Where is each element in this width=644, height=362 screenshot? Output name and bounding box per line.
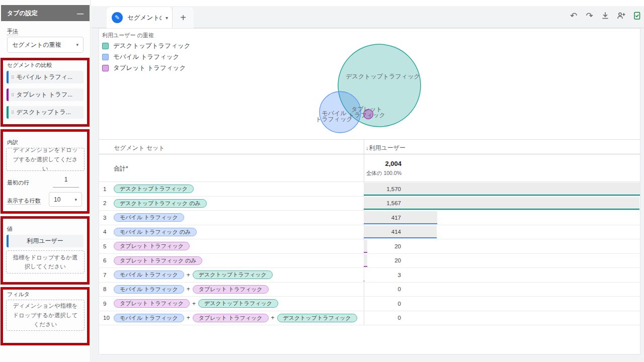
segment-chip[interactable]: タブレット トラフィック bbox=[114, 242, 190, 250]
top-strip bbox=[91, 0, 644, 6]
filter-label: フィルタ bbox=[7, 291, 30, 298]
dimension-dropzone[interactable]: ディメンションをドロップするか選択してください bbox=[6, 148, 85, 171]
first-row-input[interactable]: 1 bbox=[53, 176, 79, 188]
table-row[interactable]: 2 デスクトップトラフィック のみ 1,567 bbox=[99, 197, 640, 211]
tab-label: セグメントの... bbox=[127, 14, 162, 22]
metric-chip-active-users[interactable]: 利用ユーザー bbox=[7, 235, 84, 247]
venn-diagram[interactable]: デスクトップトラフィック モバイル トラフィック タブレット トラフィック bbox=[295, 34, 456, 142]
table-row[interactable]: 10 モバイル トラフィック + タブレット トラフィック + デスクトップトラ… bbox=[99, 311, 640, 326]
download-icon[interactable] bbox=[600, 11, 610, 21]
segment-chip[interactable]: タブレット トラフィック のみ bbox=[114, 256, 202, 265]
value: 3 bbox=[364, 272, 401, 278]
totals-value: 2,004 bbox=[364, 160, 401, 167]
table-row[interactable]: 4 モバイル トラフィック のみ 414 bbox=[99, 225, 640, 240]
segment-chip-label: モバイル トラフィ... bbox=[17, 73, 73, 81]
plus-separator: + bbox=[187, 286, 190, 293]
drag-handle-icon[interactable]: ⠿ bbox=[11, 93, 15, 98]
technique-label: 手法 bbox=[7, 28, 18, 35]
technique-value: セグメントの重複 bbox=[12, 41, 61, 49]
value: 414 bbox=[364, 229, 401, 235]
plus-separator: + bbox=[187, 314, 190, 321]
toolbar: ↶ ↷ bbox=[569, 10, 642, 21]
desktop-swatch-icon bbox=[102, 43, 109, 49]
legend-item-mobile: モバイル トラフィック bbox=[102, 53, 179, 61]
value: 1,567 bbox=[364, 200, 401, 206]
sort-descending-icon: ↓ bbox=[366, 145, 369, 151]
segment-color-bar bbox=[7, 71, 9, 83]
segment-chip-label: デスクトップトラ... bbox=[17, 108, 71, 117]
segment-chip[interactable]: モバイル トラフィック bbox=[114, 213, 184, 222]
segment-chip[interactable]: タブレット トラフィック bbox=[193, 285, 269, 294]
value: 417 bbox=[364, 215, 401, 221]
segment-chip-desktop[interactable]: ⠿ デスクトップトラ... bbox=[7, 106, 84, 119]
chevron-down-icon[interactable]: ▾ bbox=[166, 15, 168, 21]
segment-chip-label: タブレット トラフ... bbox=[17, 90, 73, 99]
value: 0 bbox=[364, 286, 401, 292]
venn-legend-title: 利用ユーザー の重複 bbox=[102, 32, 154, 39]
segment-chip[interactable]: モバイル トラフィック bbox=[114, 270, 184, 279]
segment-chip[interactable]: デスクトップトラフィック bbox=[114, 185, 194, 193]
table-row[interactable]: 9 タブレット トラフィック + デスクトップトラフィック 0 bbox=[99, 297, 640, 311]
venn-label-tablet: トラフィック bbox=[348, 112, 385, 119]
segment-chip[interactable]: デスクトップトラフィック bbox=[193, 270, 273, 279]
plus-separator: + bbox=[187, 272, 190, 279]
row-number: 3 bbox=[103, 215, 112, 221]
undo-icon[interactable]: ↶ bbox=[569, 11, 579, 21]
panel-header[interactable]: タブの設定 — bbox=[1, 5, 90, 21]
rows-shown-value: 10 bbox=[54, 196, 60, 203]
segment-chip[interactable]: モバイル トラフィック bbox=[114, 285, 184, 294]
filter-dropzone[interactable]: ディメンションや指標をドロップするか選択してください bbox=[6, 300, 85, 331]
active-tab[interactable]: ✎ セグメントの... ▾ bbox=[107, 7, 172, 28]
table-row[interactable]: 5 タブレット トラフィック 20 bbox=[99, 239, 640, 254]
active-users-column-header[interactable]: ↓利用ユーザー bbox=[366, 144, 406, 152]
segment-chip[interactable]: モバイル トラフィック のみ bbox=[114, 228, 197, 236]
row-number: 9 bbox=[103, 301, 112, 307]
value: 0 bbox=[364, 301, 401, 307]
values-label: 値 bbox=[7, 225, 13, 233]
plus-separator: + bbox=[192, 300, 196, 307]
segment-chip[interactable]: タブレット トラフィック bbox=[114, 299, 190, 308]
segment-chip[interactable]: モバイル トラフィック bbox=[114, 314, 184, 322]
segment-chip-tablet[interactable]: ⠿ タブレット トラフ... bbox=[7, 88, 84, 101]
metric-dropzone[interactable]: 指標をドロップするか選択してください bbox=[6, 250, 85, 274]
mobile-swatch-icon bbox=[102, 54, 109, 60]
value: 1,570 bbox=[364, 186, 401, 192]
table-row[interactable]: 8 モバイル トラフィック + タブレット トラフィック 0 bbox=[99, 283, 640, 297]
drag-handle-icon[interactable]: ⠿ bbox=[11, 75, 15, 80]
drag-handle-icon[interactable]: ⠿ bbox=[11, 110, 15, 115]
add-tab-button[interactable]: + bbox=[172, 7, 194, 28]
segment-color-bar bbox=[7, 88, 9, 101]
segment-chip-mobile[interactable]: ⠿ モバイル トラフィ... bbox=[7, 71, 84, 83]
value-bar bbox=[364, 183, 640, 196]
exploration-canvas: 利用ユーザー の重複 デスクトップトラフィック モバイル トラフィック タブレッ… bbox=[99, 28, 640, 354]
row-number: 4 bbox=[103, 229, 112, 235]
totals-row: 合計* 2,004 全体の 100.0% bbox=[99, 154, 640, 182]
collapse-icon[interactable]: — bbox=[77, 10, 84, 17]
row-number: 2 bbox=[103, 200, 112, 206]
segment-chip[interactable]: デスクトップトラフィック のみ bbox=[114, 199, 207, 208]
export-sheets-icon[interactable] bbox=[632, 11, 642, 21]
rows-shown-select[interactable]: 10 ▾ bbox=[49, 192, 82, 207]
technique-select[interactable]: セグメントの重複 ▾ bbox=[7, 37, 84, 53]
row-number: 8 bbox=[103, 286, 112, 292]
chevron-down-icon: ▾ bbox=[74, 197, 77, 202]
row-number: 5 bbox=[103, 243, 112, 249]
segment-chip[interactable]: デスクトップトラフィック bbox=[198, 299, 278, 308]
segment-comparison-label: セグメントの比較 bbox=[7, 61, 52, 69]
first-row-label: 最初の行 bbox=[7, 179, 29, 187]
segment-chip[interactable]: デスクトップトラフィック bbox=[277, 314, 357, 322]
segment-set-column-header[interactable]: セグメント セット bbox=[114, 144, 165, 152]
table-row[interactable]: 6 タブレット トラフィック のみ 20 bbox=[99, 254, 640, 268]
tab-settings-panel: タブの設定 — 手法 セグメントの重複 ▾ セグメントの比較 ⠿ モバイル トラ… bbox=[0, 0, 91, 362]
row-number: 10 bbox=[103, 315, 112, 321]
table-header: セグメント セット ↓利用ユーザー bbox=[99, 139, 640, 154]
table-row[interactable]: 1 デスクトップトラフィック 1,570 bbox=[99, 182, 640, 197]
redo-icon[interactable]: ↷ bbox=[585, 11, 595, 21]
value-bar bbox=[364, 197, 639, 210]
legend-item-tablet: タブレット トラフィック bbox=[102, 64, 186, 72]
table-row[interactable]: 3 モバイル トラフィック 417 bbox=[99, 211, 640, 225]
segment-chip[interactable]: タブレット トラフィック bbox=[193, 314, 269, 322]
legend-label: デスクトップトラフィック bbox=[113, 42, 191, 50]
share-user-add-icon[interactable] bbox=[616, 11, 626, 21]
table-row[interactable]: 7 モバイル トラフィック + デスクトップトラフィック 3 bbox=[99, 268, 640, 283]
